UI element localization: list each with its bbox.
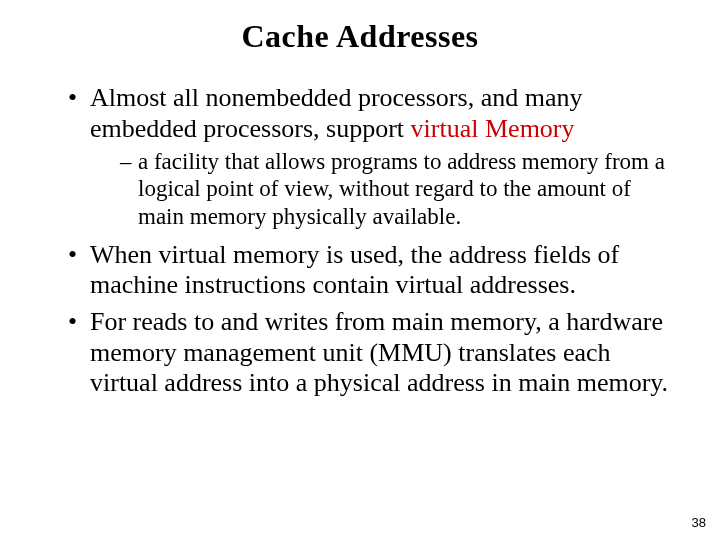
page-number: 38 <box>692 515 706 530</box>
bullet-list: Almost all nonembedded processors, and m… <box>40 83 680 399</box>
bullet-1-sublist: a facility that allows programs to addre… <box>90 148 680 229</box>
bullet-2: When virtual memory is used, the address… <box>68 240 680 301</box>
slide-title: Cache Addresses <box>40 18 680 55</box>
bullet-1-sub: a facility that allows programs to addre… <box>120 148 680 229</box>
bullet-3: For reads to and writes from main memory… <box>68 307 680 399</box>
bullet-1: Almost all nonembedded processors, and m… <box>68 83 680 230</box>
virtual-memory-term: virtual Memory <box>411 114 575 143</box>
slide: Cache Addresses Almost all nonembedded p… <box>0 0 720 540</box>
